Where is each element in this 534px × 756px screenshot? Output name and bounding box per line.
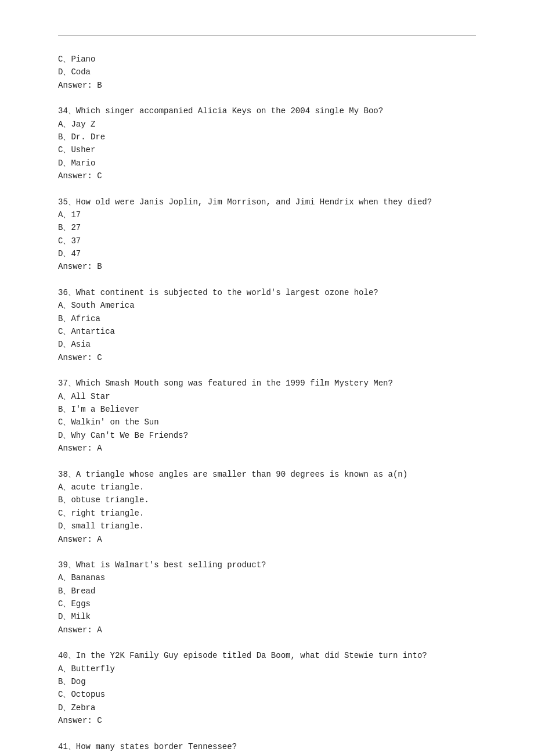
questions-container: C、PianoD、CodaAnswer: B34、Which singer ac… [58,53,476,756]
q38-option_d: D、small triangle. [58,520,476,532]
q40-answer: Answer: C [58,714,476,727]
question-block-q34: 34、Which singer accompanied Alicia Keys … [58,105,476,182]
question-block-q35: 35、How old were Janis Joplin, Jim Morris… [58,196,476,273]
question-block-q_prev_c: C、PianoD、CodaAnswer: B [58,53,476,92]
q39-option_b: B、Bread [58,585,476,597]
q36-question: 36、What continent is subjected to the wo… [58,286,476,299]
q39-answer: Answer: A [58,624,476,636]
q39-question: 39、What is Walmart's best selling produc… [58,559,476,571]
q39-option_a: A、Bananas [58,571,476,584]
page-divider [58,35,476,35]
q40-question: 40、In the Y2K Family Guy episode titled … [58,649,476,662]
q39-option_d: D、Milk [58,610,476,623]
q35-option_a: A、17 [58,208,476,221]
q37-answer: Answer: A [58,442,476,455]
q37-option_a: A、All Star [58,390,476,403]
q34-option_d: D、Mario [58,157,476,170]
q38-option_c: C、right triangle. [58,507,476,520]
q36-option_d: D、Asia [58,338,476,351]
q37-option_d: D、Why Can't We Be Friends? [58,429,476,442]
q38-question: 38、A triangle whose angles are smaller t… [58,468,476,481]
q34-answer: Answer: C [58,170,476,182]
q34-question: 34、Which singer accompanied Alicia Keys … [58,105,476,117]
q36-option_b: B、Africa [58,312,476,325]
page: C、PianoD、CodaAnswer: B34、Which singer ac… [0,0,534,756]
q41-question: 41、How many states border Tennessee? [58,740,476,753]
q35-option_c: C、37 [58,235,476,247]
question-block-q39: 39、What is Walmart's best selling produc… [58,559,476,636]
q38-option_a: A、acute triangle. [58,481,476,494]
question-block-q38: 38、A triangle whose angles are smaller t… [58,468,476,546]
q36-option_c: C、Antartica [58,325,476,338]
q34-option_b: B、Dr. Dre [58,131,476,143]
q_prev_c-option_c: C、Piano [58,53,476,66]
q41-option_a: A、5 [58,753,476,756]
question-block-q37: 37、Which Smash Mouth song was featured i… [58,377,476,455]
q34-option_c: C、Usher [58,143,476,156]
q_prev_c-answer: Answer: B [58,79,476,92]
q36-answer: Answer: C [58,351,476,364]
question-block-q40: 40、In the Y2K Family Guy episode titled … [58,649,476,727]
q36-option_a: A、South America [58,299,476,312]
q40-option_b: B、Dog [58,675,476,688]
q40-option_c: C、Octopus [58,688,476,701]
q39-option_c: C、Eggs [58,597,476,610]
q37-option_b: B、I'm a Believer [58,403,476,416]
q38-option_b: B、obtuse triangle. [58,494,476,506]
q35-answer: Answer: B [58,260,476,273]
q37-option_c: C、Walkin' on the Sun [58,416,476,429]
question-block-q41: 41、How many states border Tennessee?A、5B… [58,740,476,756]
question-block-q36: 36、What continent is subjected to the wo… [58,286,476,364]
q40-option_a: A、Butterfly [58,663,476,675]
q35-option_b: B、27 [58,221,476,234]
q35-option_d: D、47 [58,247,476,260]
q38-answer: Answer: A [58,533,476,546]
q_prev_c-option_d: D、Coda [58,66,476,78]
q34-option_a: A、Jay Z [58,118,476,131]
q35-question: 35、How old were Janis Joplin, Jim Morris… [58,196,476,208]
q40-option_d: D、Zebra [58,701,476,714]
q37-question: 37、Which Smash Mouth song was featured i… [58,377,476,390]
